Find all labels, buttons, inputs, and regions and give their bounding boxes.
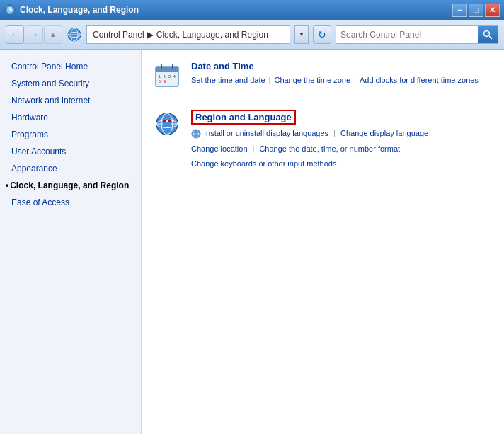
- sidebar-item-appearance[interactable]: Appearance: [0, 160, 141, 177]
- svg-rect-27: [168, 120, 171, 122]
- region-language-icon: [153, 110, 181, 138]
- breadcrumb-bar[interactable]: Control Panel ▶ Clock, Language, and Reg…: [86, 25, 290, 44]
- sidebar-item-clock-language[interactable]: Clock, Language, and Region: [0, 177, 141, 194]
- region-language-links: Install or uninstall display languages |…: [191, 127, 493, 171]
- refresh-button[interactable]: ↻: [313, 25, 331, 44]
- svg-point-8: [484, 30, 490, 36]
- search-button[interactable]: [478, 26, 498, 43]
- date-time-section: 1 2 3 4 5 6 Date and Time Set the time a…: [153, 61, 493, 89]
- sidebar-item-programs[interactable]: Programs: [0, 126, 141, 143]
- link-change-timezone[interactable]: Change the time zone: [274, 74, 350, 87]
- breadcrumb-clock-language[interactable]: Clock, Language, and Region: [156, 30, 268, 40]
- date-time-title[interactable]: Date and Time: [191, 61, 254, 72]
- address-bar: ← → ▲ Control Panel ▶ Clock, Language, a…: [0, 20, 504, 50]
- breadcrumb-control-panel[interactable]: Control Panel: [93, 30, 144, 40]
- date-time-links: Set the time and date | Change the time …: [191, 74, 493, 87]
- search-bar: [336, 25, 498, 44]
- sidebar-item-control-panel-home[interactable]: Control Panel Home: [0, 58, 141, 75]
- svg-text:2: 2: [164, 74, 166, 79]
- svg-rect-25: [163, 120, 166, 122]
- sidebar-item-network-internet[interactable]: Network and Internet: [0, 92, 141, 109]
- main-layout: Control Panel Home System and Security N…: [0, 50, 504, 434]
- sidebar: Control Panel Home System and Security N…: [0, 50, 142, 434]
- link-set-time-date[interactable]: Set the time and date: [191, 74, 265, 87]
- search-input[interactable]: [336, 26, 478, 43]
- sidebar-item-system-security[interactable]: System and Security: [0, 75, 141, 92]
- svg-line-9: [489, 36, 492, 39]
- forward-button[interactable]: →: [25, 25, 43, 44]
- link-change-display-language[interactable]: Change display language: [340, 127, 428, 140]
- maximize-button[interactable]: □: [469, 4, 483, 17]
- back-button[interactable]: ←: [6, 25, 24, 44]
- section-divider: [153, 101, 493, 101]
- window-title: Clock, Language, and Region: [20, 5, 139, 15]
- region-language-content: Region and Language Install or uninstall…: [191, 110, 493, 171]
- region-language-title[interactable]: Region and Language: [191, 110, 296, 125]
- sidebar-item-hardware[interactable]: Hardware: [0, 109, 141, 126]
- app-icon: [4, 4, 16, 16]
- content-area: 1 2 3 4 5 6 Date and Time Set the time a…: [142, 50, 504, 434]
- window-controls: − □ ✕: [452, 4, 500, 17]
- date-time-content: Date and Time Set the time and date | Ch…: [191, 61, 493, 87]
- close-button[interactable]: ✕: [485, 4, 500, 17]
- svg-text:3: 3: [168, 74, 171, 79]
- svg-rect-28: [163, 122, 171, 125]
- svg-rect-26: [166, 120, 168, 122]
- svg-text:5: 5: [159, 79, 161, 84]
- link-change-keyboards[interactable]: Change keyboards or other input methods: [191, 159, 336, 168]
- svg-rect-11: [156, 67, 178, 72]
- minimize-button[interactable]: −: [452, 4, 467, 17]
- svg-text:6: 6: [164, 79, 166, 84]
- link-add-clocks[interactable]: Add clocks for different time zones: [360, 74, 479, 87]
- region-language-section: Region and Language Install or uninstall…: [153, 110, 493, 171]
- date-time-icon: 1 2 3 4 5 6: [153, 61, 181, 89]
- sidebar-item-ease-of-access[interactable]: Ease of Access: [0, 194, 141, 211]
- svg-text:4: 4: [173, 74, 176, 79]
- link-install-languages[interactable]: Install or uninstall display languages: [204, 127, 328, 140]
- svg-text:1: 1: [159, 74, 161, 79]
- breadcrumb-dropdown-button[interactable]: ▼: [294, 25, 309, 44]
- navigation-globe-icon: [67, 27, 82, 42]
- sidebar-item-user-accounts[interactable]: User Accounts: [0, 143, 141, 160]
- title-bar: Clock, Language, and Region − □ ✕: [0, 0, 504, 20]
- up-button[interactable]: ▲: [44, 25, 62, 44]
- link-change-location[interactable]: Change location: [191, 143, 248, 156]
- region-language-sub-icon: [191, 129, 201, 139]
- link-change-date-number[interactable]: Change the date, time, or number format: [259, 143, 400, 156]
